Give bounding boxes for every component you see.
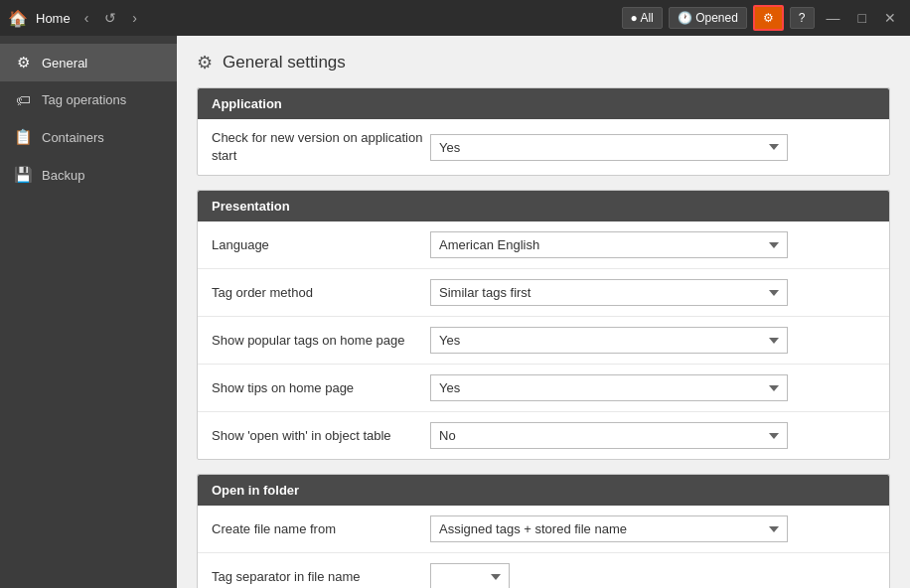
setting-row-check-new-version: Check for new version on application sta…: [198, 119, 889, 175]
open-in-folder-section-header: Open in folder: [198, 475, 889, 506]
setting-label-open-with: Show 'open with' in object table: [212, 427, 430, 445]
open-in-folder-section: Open in folder Create file name from Ass…: [197, 474, 890, 588]
setting-row-tag-separator: Tag separator in file name _ - ,: [198, 553, 889, 588]
setting-control-language: American English British English French …: [430, 231, 875, 258]
setting-row-show-tips: Show tips on home page Yes No: [198, 365, 889, 412]
opened-status-button[interactable]: 🕐 Opened: [669, 7, 747, 29]
setting-row-language: Language American English British Englis…: [198, 221, 889, 269]
general-icon: ⚙: [14, 54, 32, 72]
setting-label-popular-tags: Show popular tags on home page: [212, 332, 430, 350]
titlebar-nav: ‹ ↺ ›: [78, 8, 143, 28]
close-button[interactable]: ✕: [878, 8, 902, 28]
setting-row-open-with: Show 'open with' in object table No Yes: [198, 412, 889, 459]
application-section-header: Application: [198, 88, 889, 119]
nav-refresh-button[interactable]: ↺: [98, 8, 122, 28]
titlebar-title: Home: [36, 11, 71, 26]
setting-control-popular-tags: Yes No: [430, 327, 875, 354]
sidebar-label-tag-operations: Tag operations: [42, 92, 126, 107]
help-button[interactable]: ?: [790, 7, 815, 29]
titlebar: 🏠 Home ‹ ↺ › ● All 🕐 Opened ⚙ ? — □ ✕: [0, 0, 910, 36]
setting-row-tag-order: Tag order method Similar tags first Alph…: [198, 269, 889, 317]
setting-label-language: Language: [212, 236, 430, 254]
check-new-version-select[interactable]: Yes No: [430, 134, 788, 161]
tag-order-select[interactable]: Similar tags first Alphabetical Most use…: [430, 279, 788, 306]
setting-control-open-with: No Yes: [430, 422, 875, 449]
setting-label-tag-order: Tag order method: [212, 284, 430, 302]
settings-gear-button[interactable]: ⚙: [753, 5, 784, 31]
sidebar: ⚙ General 🏷 Tag operations 📋 Containers …: [0, 36, 177, 588]
setting-label-create-filename: Create file name from: [212, 520, 430, 538]
application-section: Application Check for new version on app…: [197, 87, 890, 176]
nav-back-button[interactable]: ‹: [78, 8, 95, 28]
main-area: ⚙ General 🏷 Tag operations 📋 Containers …: [0, 36, 910, 588]
setting-row-create-filename: Create file name from Assigned tags + st…: [198, 506, 889, 553]
setting-label-tag-separator: Tag separator in file name: [212, 568, 430, 586]
backup-icon: 💾: [14, 166, 32, 184]
setting-control-create-filename: Assigned tags + stored file name Stored …: [430, 515, 875, 542]
heading-gear-icon: ⚙: [197, 52, 213, 74]
setting-control-check-new-version: Yes No: [430, 134, 875, 161]
page-title: General settings: [223, 53, 346, 73]
setting-label-check-new-version: Check for new version on application sta…: [212, 129, 430, 165]
minimize-button[interactable]: —: [821, 8, 846, 28]
presentation-section-header: Presentation: [198, 191, 889, 221]
app-logo-icon: 🏠: [8, 9, 28, 28]
setting-control-show-tips: Yes No: [430, 374, 875, 401]
nav-forward-button[interactable]: ›: [126, 8, 143, 28]
sidebar-item-tag-operations[interactable]: 🏷 Tag operations: [0, 81, 177, 118]
language-select[interactable]: American English British English French …: [430, 231, 788, 258]
show-tips-select[interactable]: Yes No: [430, 374, 788, 401]
tag-icon: 🏷: [14, 91, 32, 108]
sidebar-label-general: General: [42, 56, 87, 71]
restore-button[interactable]: □: [852, 8, 872, 28]
content-area: ⚙ General settings Application Check for…: [177, 36, 910, 588]
sidebar-item-general[interactable]: ⚙ General: [0, 44, 177, 81]
create-filename-select[interactable]: Assigned tags + stored file name Stored …: [430, 515, 788, 542]
sidebar-label-backup: Backup: [42, 168, 84, 183]
sidebar-item-backup[interactable]: 💾 Backup: [0, 156, 177, 194]
all-status-button[interactable]: ● All: [622, 7, 663, 29]
sidebar-label-containers: Containers: [42, 130, 104, 145]
setting-control-tag-order: Similar tags first Alphabetical Most use…: [430, 279, 875, 306]
tag-separator-select[interactable]: _ - ,: [430, 563, 510, 588]
page-heading: ⚙ General settings: [197, 52, 890, 74]
setting-label-show-tips: Show tips on home page: [212, 379, 430, 397]
presentation-section: Presentation Language American English B…: [197, 190, 890, 460]
sidebar-item-containers[interactable]: 📋 Containers: [0, 118, 177, 156]
popular-tags-select[interactable]: Yes No: [430, 327, 788, 354]
setting-control-tag-separator: _ - ,: [430, 563, 875, 588]
containers-icon: 📋: [14, 128, 32, 146]
setting-row-popular-tags: Show popular tags on home page Yes No: [198, 317, 889, 365]
titlebar-right: ● All 🕐 Opened ⚙ ? — □ ✕: [622, 5, 902, 31]
open-with-select[interactable]: No Yes: [430, 422, 788, 449]
